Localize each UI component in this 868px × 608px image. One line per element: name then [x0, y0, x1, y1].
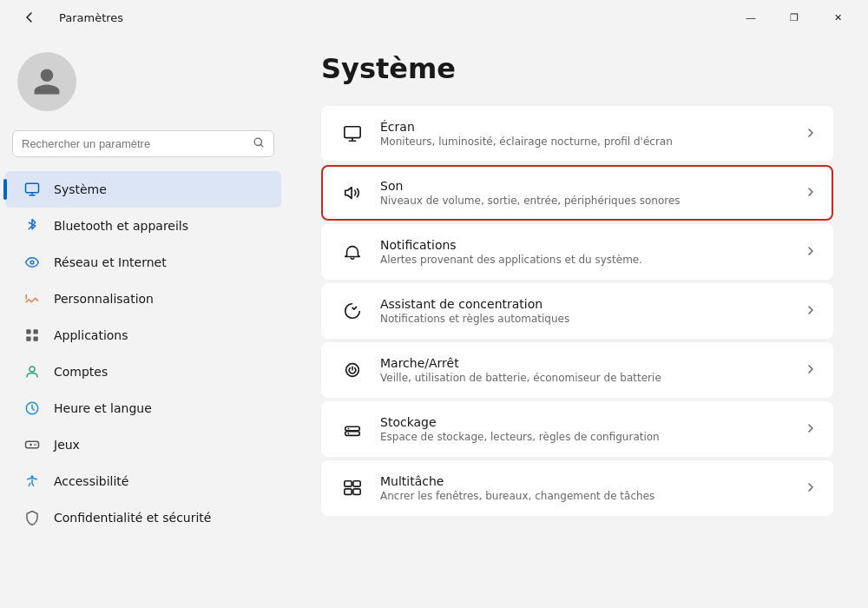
page-title: Système	[321, 52, 833, 85]
app-container: SystèmeBluetooth et appareilsRéseau et I…	[0, 35, 868, 608]
stockage-text: StockageEspace de stockage, lecteurs, rè…	[380, 415, 792, 443]
son-desc: Niveaux de volume, sortie, entrée, périp…	[380, 195, 792, 207]
personnalisation-nav-icon	[23, 289, 42, 308]
reseau-nav-icon	[23, 253, 42, 272]
svg-point-15	[348, 428, 350, 430]
sidebar-item-label-accessibilite: Accessibilité	[54, 474, 128, 488]
notifications-chevron	[806, 245, 816, 259]
svg-point-16	[348, 433, 350, 434]
minimize-button[interactable]: —	[731, 3, 771, 31]
sidebar-item-systeme[interactable]: Système	[5, 171, 281, 208]
main-content: Système ÉcranMoniteurs, luminosité, écla…	[286, 35, 868, 608]
svg-rect-20	[353, 489, 360, 494]
sidebar-item-bluetooth[interactable]: Bluetooth et appareils	[5, 208, 281, 244]
search-icon	[253, 136, 265, 151]
svg-rect-5	[26, 337, 30, 341]
marche-arret-desc: Veille, utilisation de batterie, économi…	[380, 372, 792, 384]
sidebar-item-accessibilite[interactable]: Accessibilité	[5, 463, 281, 499]
son-icon	[339, 179, 366, 207]
sidebar-item-confidentialite[interactable]: Confidentialité et sécurité	[5, 499, 281, 536]
sidebar: SystèmeBluetooth et appareilsRéseau et I…	[0, 35, 286, 608]
ecran-text: ÉcranMoniteurs, luminosité, éclairage no…	[380, 120, 792, 148]
settings-item-ecran[interactable]: ÉcranMoniteurs, luminosité, éclairage no…	[321, 106, 833, 162]
ecran-chevron	[806, 127, 816, 141]
sidebar-item-label-confidentialite: Confidentialité et sécurité	[54, 511, 211, 525]
title-bar: Paramètres — ❐ ✕	[0, 0, 868, 35]
stockage-icon	[339, 415, 366, 443]
bluetooth-nav-icon	[23, 216, 42, 235]
comptes-nav-icon	[23, 362, 42, 381]
assistant-desc: Notifications et règles automatiques	[380, 313, 792, 325]
applications-nav-icon	[23, 326, 42, 345]
svg-rect-6	[34, 337, 38, 341]
sidebar-item-label-systeme: Système	[54, 182, 107, 196]
window-controls: — ❐ ✕	[731, 3, 858, 31]
settings-item-stockage[interactable]: StockageEspace de stockage, lecteurs, rè…	[321, 401, 833, 457]
son-title: Son	[380, 179, 792, 193]
ecran-icon	[339, 120, 366, 148]
marche-arret-title: Marche/Arrêt	[380, 356, 792, 370]
multitache-title: Multitâche	[380, 474, 792, 488]
back-button[interactable]	[10, 3, 50, 31]
son-chevron	[806, 186, 816, 200]
maximize-button[interactable]: ❐	[774, 3, 814, 31]
user-avatar	[17, 52, 76, 111]
settings-item-son[interactable]: SonNiveaux de volume, sortie, entrée, pé…	[321, 165, 833, 221]
multitache-icon	[339, 474, 366, 502]
sidebar-item-heure[interactable]: Heure et langue	[5, 390, 281, 426]
svg-rect-17	[345, 481, 352, 486]
sidebar-item-label-jeux: Jeux	[54, 438, 80, 452]
settings-item-multitache[interactable]: MultitâcheAncrer les fenêtres, bureaux, …	[321, 460, 833, 516]
svg-rect-1	[26, 183, 39, 193]
search-input[interactable]	[22, 137, 246, 150]
sidebar-item-comptes[interactable]: Comptes	[5, 354, 281, 390]
stockage-chevron	[806, 422, 816, 436]
notifications-text: NotificationsAlertes provenant des appli…	[380, 238, 792, 266]
svg-point-7	[30, 367, 35, 372]
ecran-desc: Moniteurs, luminosité, éclairage nocturn…	[380, 135, 792, 148]
settings-item-marche-arret[interactable]: Marche/ArrêtVeille, utilisation de batte…	[321, 342, 833, 398]
user-icon	[31, 66, 62, 97]
multitache-text: MultitâcheAncrer les fenêtres, bureaux, …	[380, 474, 792, 502]
sidebar-item-applications[interactable]: Applications	[5, 317, 281, 354]
sidebar-item-reseau[interactable]: Réseau et Internet	[5, 244, 281, 281]
notifications-title: Notifications	[380, 238, 792, 252]
sidebar-item-personnalisation[interactable]: Personnalisation	[5, 281, 281, 317]
marche-arret-text: Marche/ArrêtVeille, utilisation de batte…	[380, 356, 792, 384]
settings-item-assistant[interactable]: Assistant de concentrationNotifications …	[321, 283, 833, 339]
settings-list: ÉcranMoniteurs, luminosité, éclairage no…	[321, 106, 833, 516]
multitache-chevron	[806, 481, 816, 495]
sidebar-item-jeux[interactable]: Jeux	[5, 426, 281, 463]
ecran-title: Écran	[380, 120, 792, 134]
settings-item-notifications[interactable]: NotificationsAlertes provenant des appli…	[321, 224, 833, 280]
assistant-chevron	[806, 304, 816, 318]
notifications-desc: Alertes provenant des applications et du…	[380, 254, 792, 266]
heure-nav-icon	[23, 399, 42, 418]
title-bar-left: Paramètres	[10, 3, 123, 31]
sidebar-item-label-comptes: Comptes	[54, 365, 108, 379]
notifications-icon	[339, 238, 366, 266]
accessibilite-nav-icon	[23, 472, 42, 491]
app-title: Paramètres	[59, 11, 123, 24]
multitache-desc: Ancrer les fenêtres, bureaux, changement…	[380, 490, 792, 502]
marche-arret-icon	[339, 356, 366, 384]
assistant-title: Assistant de concentration	[380, 297, 792, 311]
sidebar-item-label-applications: Applications	[54, 328, 128, 342]
assistant-text: Assistant de concentrationNotifications …	[380, 297, 792, 325]
nav-list: SystèmeBluetooth et appareilsRéseau et I…	[0, 171, 286, 536]
search-box[interactable]	[12, 130, 274, 157]
systeme-nav-icon	[23, 180, 42, 199]
stockage-title: Stockage	[380, 415, 792, 429]
sidebar-item-label-reseau: Réseau et Internet	[54, 255, 167, 269]
svg-rect-11	[345, 127, 360, 138]
assistant-icon	[339, 297, 366, 325]
svg-rect-13	[345, 426, 360, 431]
jeux-nav-icon	[23, 435, 42, 454]
svg-rect-4	[34, 329, 38, 334]
son-text: SonNiveaux de volume, sortie, entrée, pé…	[380, 179, 792, 207]
svg-rect-19	[345, 489, 352, 494]
sidebar-item-label-heure: Heure et langue	[54, 401, 152, 415]
stockage-desc: Espace de stockage, lecteurs, règles de …	[380, 431, 792, 443]
close-button[interactable]: ✕	[818, 3, 858, 31]
sidebar-item-label-bluetooth: Bluetooth et appareils	[54, 219, 188, 233]
